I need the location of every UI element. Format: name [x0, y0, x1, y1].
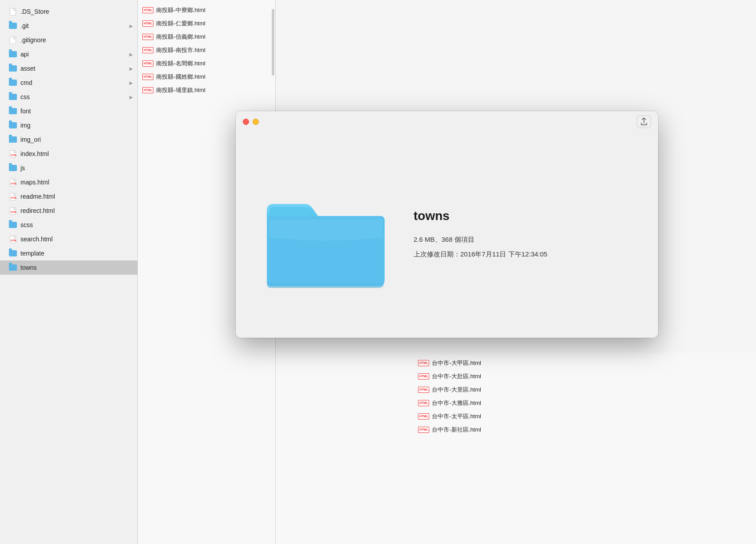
- sidebar-item-label: .gitignore: [20, 36, 46, 44]
- list-item[interactable]: HTML南投縣-中寮鄉.html: [138, 4, 275, 17]
- html-badge: HTML: [142, 47, 153, 53]
- sidebar-item-label: img_ori: [20, 136, 41, 143]
- main-content: HTML南投縣-中寮鄉.htmlHTML南投縣-仁愛鄉.htmlHTML南投縣-…: [138, 0, 756, 544]
- file-name: 台中市-大甲區.html: [432, 359, 481, 367]
- folder-icon: [9, 136, 17, 144]
- folder-size: 2.6 MB、368 個項目: [414, 232, 631, 247]
- file-name: 南投縣-南投市.html: [156, 46, 205, 54]
- sidebar-item-label: .DS_Store: [20, 8, 49, 15]
- list-item[interactable]: HTML台中市-大雅區.html: [276, 396, 756, 410]
- sidebar-item-maps-html[interactable]: HTMLmaps.html: [0, 175, 137, 189]
- sidebar-item-readme-html[interactable]: HTMLreadme.html: [0, 189, 137, 204]
- sidebar-item-towns[interactable]: towns: [0, 260, 137, 275]
- html-badge: HTML: [418, 413, 429, 420]
- chevron-right-icon: ▶: [129, 24, 133, 28]
- sidebar-item-label: img: [20, 122, 31, 129]
- quicklook-body: towns 2.6 MB、368 個項目 上次修改日期：2016年7月11日 下…: [236, 132, 658, 338]
- minimize-button[interactable]: [253, 119, 259, 125]
- sidebar-item-asset[interactable]: asset▶: [0, 61, 137, 76]
- list-item[interactable]: HTML南投縣-國姓鄉.html: [138, 70, 275, 84]
- sidebar-item-gitignore[interactable]: .gitignore: [0, 33, 137, 47]
- html-badge: HTML: [142, 60, 153, 67]
- folder-meta: 2.6 MB、368 個項目 上次修改日期：2016年7月11日 下午12:34…: [414, 232, 631, 261]
- close-button[interactable]: [243, 119, 249, 125]
- list-item[interactable]: HTML台中市-新社區.html: [276, 423, 756, 436]
- folder-modified: 上次修改日期：2016年7月11日 下午12:34:05: [414, 247, 631, 261]
- file-name: 台中市-大雅區.html: [432, 399, 481, 407]
- folder-name: towns: [414, 209, 631, 223]
- folder-icon: [9, 93, 17, 101]
- file-icon: [9, 36, 17, 44]
- sidebar-item-img[interactable]: img: [0, 118, 137, 132]
- folder-icon: [9, 22, 17, 30]
- file-icon: HTML: [9, 235, 17, 243]
- sidebar-item-label: search.html: [20, 236, 52, 243]
- sidebar-item-css[interactable]: css▶: [0, 90, 137, 104]
- html-badge: HTML: [142, 20, 153, 27]
- sidebar-item-redirect-html[interactable]: HTMLredirect.html: [0, 204, 137, 218]
- sidebar-item-index-html[interactable]: HTMLindex.html: [0, 147, 137, 161]
- sidebar-item-label: index.html: [20, 150, 49, 157]
- file-name: 南投縣-國姓鄉.html: [156, 73, 205, 81]
- list-item[interactable]: HTML台中市-大里區.html: [276, 383, 756, 396]
- file-icon: HTML: [9, 150, 17, 158]
- chevron-right-icon: ▶: [129, 52, 133, 57]
- html-badge: HTML: [418, 360, 429, 366]
- html-badge: HTML: [142, 34, 153, 40]
- share-button[interactable]: [637, 116, 651, 128]
- sidebar-item-ds-store[interactable]: .DS_Store: [0, 4, 137, 19]
- folder-icon: [9, 50, 17, 58]
- traffic-lights: [243, 119, 259, 125]
- file-name: 南投縣-中寮鄉.html: [156, 6, 205, 14]
- folder-icon: [9, 121, 17, 129]
- sidebar-item-template[interactable]: template: [0, 246, 137, 260]
- sidebar: .DS_Store.git▶.gitignoreapi▶asset▶cmd▶cs…: [0, 0, 138, 544]
- html-badge: HTML: [142, 87, 153, 93]
- file-name: 台中市-太平區.html: [432, 412, 481, 420]
- file-name: 台中市-大肚區.html: [432, 372, 481, 380]
- sidebar-item-font[interactable]: font: [0, 104, 137, 118]
- folder-icon: [9, 249, 17, 257]
- html-badge: HTML: [418, 373, 429, 380]
- list-item[interactable]: HTML台中市-大肚區.html: [276, 370, 756, 383]
- folder-icon: [9, 221, 17, 229]
- sidebar-item-label: api: [20, 51, 29, 58]
- list-item[interactable]: HTML南投縣-埔里鎮.html: [138, 84, 275, 97]
- file-name: 南投縣-信義鄉.html: [156, 33, 205, 41]
- sidebar-item-label: scss: [20, 221, 33, 228]
- sidebar-item-label: css: [20, 93, 30, 100]
- folder-icon: [9, 107, 17, 115]
- sidebar-item-label: redirect.html: [20, 207, 55, 214]
- folder-info: towns 2.6 MB、368 個項目 上次修改日期：2016年7月11日 下…: [414, 209, 631, 261]
- quicklook-toolbar: [236, 111, 658, 132]
- finder-window: .DS_Store.git▶.gitignoreapi▶asset▶cmd▶cs…: [0, 0, 756, 544]
- list-item[interactable]: HTML台中市-大甲區.html: [276, 356, 756, 370]
- file-name: 南投縣-仁愛鄉.html: [156, 20, 205, 28]
- sidebar-item-git[interactable]: .git▶: [0, 19, 137, 33]
- file-icon: [9, 8, 17, 16]
- sidebar-item-search-html[interactable]: HTMLsearch.html: [0, 232, 137, 246]
- list-item[interactable]: HTML南投縣-南投市.html: [138, 44, 275, 57]
- sidebar-item-api[interactable]: api▶: [0, 47, 137, 61]
- sidebar-item-label: maps.html: [20, 179, 49, 186]
- sidebar-item-img-ori[interactable]: img_ori: [0, 132, 137, 147]
- sidebar-item-label: .git: [20, 22, 29, 29]
- html-badge: HTML: [142, 74, 153, 80]
- folder-icon-large: [262, 180, 387, 291]
- folder-icon: [9, 264, 17, 272]
- list-item[interactable]: HTML台中市-太平區.html: [276, 410, 756, 423]
- sidebar-item-scss[interactable]: scss: [0, 218, 137, 232]
- folder-icon: [9, 164, 17, 172]
- file-name: 南投縣-埔里鎮.html: [156, 86, 205, 94]
- file-icon: HTML: [9, 178, 17, 186]
- list-item[interactable]: HTML南投縣-信義鄉.html: [138, 30, 275, 44]
- folder-icon: [9, 79, 17, 87]
- file-name: 南投縣-名間鄉.html: [156, 60, 205, 68]
- sidebar-item-cmd[interactable]: cmd▶: [0, 76, 137, 90]
- sidebar-item-label: js: [20, 164, 25, 172]
- html-badge: HTML: [142, 7, 153, 13]
- list-item[interactable]: HTML南投縣-名間鄉.html: [138, 57, 275, 70]
- sidebar-item-label: asset: [20, 65, 35, 72]
- list-item[interactable]: HTML南投縣-仁愛鄉.html: [138, 17, 275, 30]
- sidebar-item-js[interactable]: js: [0, 161, 137, 175]
